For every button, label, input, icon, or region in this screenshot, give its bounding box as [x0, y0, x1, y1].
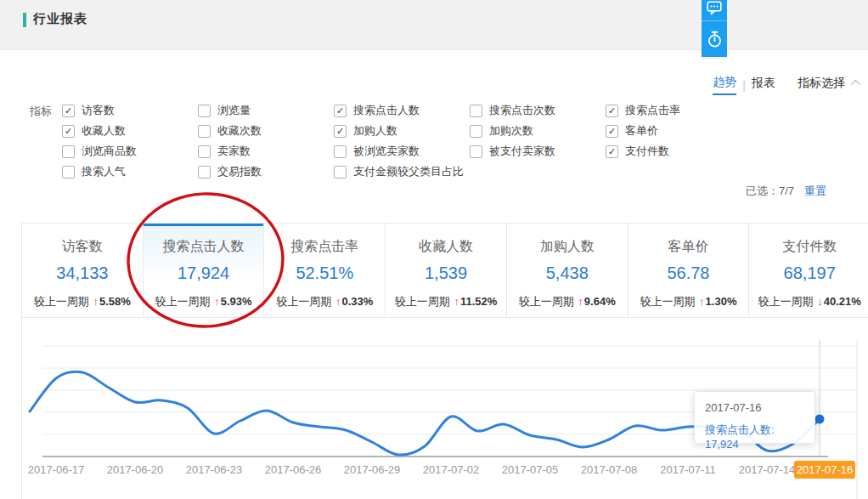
tooltip-value: 搜索点击人数: 17,924 — [705, 422, 804, 451]
chart-tooltip: 2017-07-16 搜索点击人数: 17,924 — [694, 391, 815, 444]
stopwatch-icon — [706, 31, 724, 48]
tab-report[interactable]: 报表 — [752, 76, 775, 94]
tab-trend[interactable]: 趋势 — [713, 75, 736, 95]
chat-icon — [707, 1, 722, 15]
timer-button[interactable] — [702, 20, 727, 57]
axis-pointer-badge: 2017-07-16 — [794, 461, 855, 479]
tooltip-date: 2017-07-16 — [705, 401, 804, 414]
metric-select-label: 指标选择 — [798, 76, 845, 91]
metric-select-toggle[interactable]: 指标选择 — [798, 76, 858, 94]
feedback-button[interactable] — [702, 0, 727, 20]
tab-divider: | — [742, 78, 746, 92]
view-switcher: 趋势 | 报表 指标选择 — [713, 75, 858, 95]
floating-toolbar — [702, 0, 727, 57]
highlighted-data-point — [815, 415, 825, 424]
